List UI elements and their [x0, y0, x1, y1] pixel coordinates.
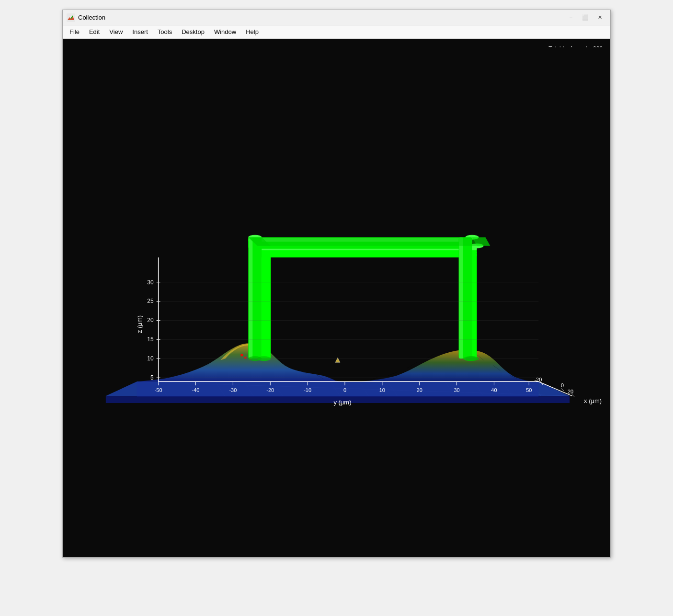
y-tick-minus40: -40	[192, 387, 200, 393]
svg-rect-61	[459, 237, 463, 359]
scene-container: 5 10 15 20 25 30	[63, 39, 610, 557]
z-tick-25: 25	[147, 298, 154, 304]
menu-bar: File Edit View Insert Tools Desktop Wind…	[63, 25, 610, 39]
close-button[interactable]: ✕	[593, 12, 606, 23]
menu-edit[interactable]: Edit	[84, 27, 104, 37]
x-axis-label: x (μm)	[584, 397, 602, 404]
z-tick-30: 30	[147, 279, 154, 286]
svg-rect-40	[240, 354, 243, 356]
menu-window[interactable]: Window	[209, 27, 241, 37]
svg-rect-0	[67, 13, 75, 22]
y-tick-40: 40	[491, 387, 497, 393]
window-title: Collection	[78, 14, 105, 21]
z-axis-label: z (μm)	[136, 315, 143, 333]
plot-area[interactable]: Total # of voxels: 286 Selected # of vox…	[63, 39, 610, 557]
y-tick-0: 0	[343, 387, 346, 393]
y-tick-minus50: -50	[155, 387, 162, 393]
y-tick-10: 10	[379, 387, 385, 393]
window-controls: − ⬜ ✕	[564, 12, 606, 23]
svg-rect-41	[244, 357, 246, 358]
y-tick-30: 30	[454, 387, 459, 393]
z-tick-10: 10	[147, 355, 154, 362]
menu-view[interactable]: View	[104, 27, 127, 37]
svg-marker-64	[248, 237, 477, 246]
z-tick-20: 20	[147, 317, 154, 324]
title-bar: Collection − ⬜ ✕	[63, 10, 610, 25]
y-tick-minus30: -30	[229, 387, 237, 393]
svg-rect-59	[249, 237, 252, 359]
menu-insert[interactable]: Insert	[127, 27, 153, 37]
menu-tools[interactable]: Tools	[153, 27, 177, 37]
x-tick-20: 20	[568, 389, 573, 394]
y-tick-50: 50	[526, 387, 532, 393]
y-tick-minus20: -20	[266, 387, 274, 393]
y-tick-minus10: -10	[304, 387, 311, 393]
y-axis-label: y (μm)	[333, 399, 351, 406]
3d-scene-svg: 5 10 15 20 25 30	[63, 39, 610, 557]
main-window: Collection − ⬜ ✕ File Edit View Insert T…	[62, 10, 611, 558]
z-tick-5: 5	[150, 374, 154, 381]
title-left: Collection	[67, 13, 105, 22]
menu-help[interactable]: Help	[241, 27, 263, 37]
menu-file[interactable]: File	[65, 27, 84, 37]
y-tick-20: 20	[417, 387, 422, 393]
x-tick-0: 0	[561, 382, 564, 388]
restore-button[interactable]: ⬜	[579, 12, 592, 23]
matlab-icon	[67, 13, 75, 22]
z-tick-15: 15	[147, 336, 154, 343]
minimize-button[interactable]: −	[564, 12, 578, 23]
menu-desktop[interactable]: Desktop	[177, 27, 209, 37]
svg-rect-1	[63, 47, 610, 549]
